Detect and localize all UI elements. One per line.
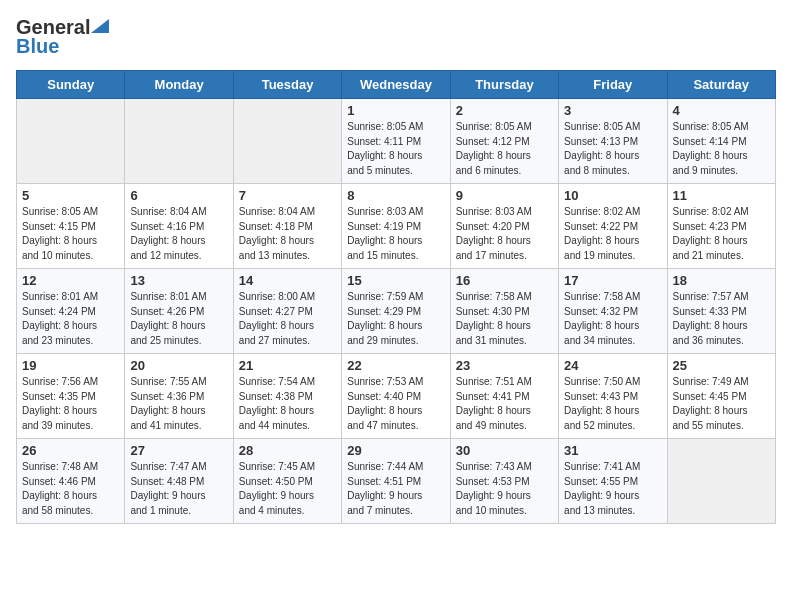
day-number: 12 <box>22 273 119 288</box>
day-number: 16 <box>456 273 553 288</box>
day-number: 6 <box>130 188 227 203</box>
day-number: 23 <box>456 358 553 373</box>
col-header-sunday: Sunday <box>17 71 125 99</box>
day-info: Sunrise: 7:57 AM Sunset: 4:33 PM Dayligh… <box>673 290 770 348</box>
calendar-cell: 26Sunrise: 7:48 AM Sunset: 4:46 PM Dayli… <box>17 439 125 524</box>
day-number: 2 <box>456 103 553 118</box>
calendar-cell: 7Sunrise: 8:04 AM Sunset: 4:18 PM Daylig… <box>233 184 341 269</box>
day-number: 24 <box>564 358 661 373</box>
day-number: 10 <box>564 188 661 203</box>
day-info: Sunrise: 8:00 AM Sunset: 4:27 PM Dayligh… <box>239 290 336 348</box>
day-number: 8 <box>347 188 444 203</box>
col-header-wednesday: Wednesday <box>342 71 450 99</box>
day-info: Sunrise: 8:04 AM Sunset: 4:16 PM Dayligh… <box>130 205 227 263</box>
page-header: General Blue <box>16 16 776 58</box>
col-header-monday: Monday <box>125 71 233 99</box>
logo: General Blue <box>16 16 109 58</box>
calendar-cell: 18Sunrise: 7:57 AM Sunset: 4:33 PM Dayli… <box>667 269 775 354</box>
calendar-table: SundayMondayTuesdayWednesdayThursdayFrid… <box>16 70 776 524</box>
svg-marker-0 <box>91 19 109 33</box>
calendar-week-5: 26Sunrise: 7:48 AM Sunset: 4:46 PM Dayli… <box>17 439 776 524</box>
day-number: 29 <box>347 443 444 458</box>
calendar-cell: 16Sunrise: 7:58 AM Sunset: 4:30 PM Dayli… <box>450 269 558 354</box>
calendar-cell: 15Sunrise: 7:59 AM Sunset: 4:29 PM Dayli… <box>342 269 450 354</box>
day-number: 11 <box>673 188 770 203</box>
day-number: 25 <box>673 358 770 373</box>
day-number: 3 <box>564 103 661 118</box>
day-info: Sunrise: 7:48 AM Sunset: 4:46 PM Dayligh… <box>22 460 119 518</box>
day-info: Sunrise: 7:58 AM Sunset: 4:30 PM Dayligh… <box>456 290 553 348</box>
day-info: Sunrise: 8:01 AM Sunset: 4:26 PM Dayligh… <box>130 290 227 348</box>
calendar-cell: 22Sunrise: 7:53 AM Sunset: 4:40 PM Dayli… <box>342 354 450 439</box>
day-info: Sunrise: 8:05 AM Sunset: 4:13 PM Dayligh… <box>564 120 661 178</box>
logo-triangle-icon <box>91 19 109 33</box>
calendar-cell: 21Sunrise: 7:54 AM Sunset: 4:38 PM Dayli… <box>233 354 341 439</box>
calendar-cell <box>17 99 125 184</box>
day-number: 7 <box>239 188 336 203</box>
day-info: Sunrise: 8:02 AM Sunset: 4:23 PM Dayligh… <box>673 205 770 263</box>
day-info: Sunrise: 8:03 AM Sunset: 4:19 PM Dayligh… <box>347 205 444 263</box>
day-number: 19 <box>22 358 119 373</box>
calendar-cell: 20Sunrise: 7:55 AM Sunset: 4:36 PM Dayli… <box>125 354 233 439</box>
day-info: Sunrise: 8:04 AM Sunset: 4:18 PM Dayligh… <box>239 205 336 263</box>
day-info: Sunrise: 7:43 AM Sunset: 4:53 PM Dayligh… <box>456 460 553 518</box>
day-info: Sunrise: 8:05 AM Sunset: 4:14 PM Dayligh… <box>673 120 770 178</box>
day-info: Sunrise: 8:05 AM Sunset: 4:15 PM Dayligh… <box>22 205 119 263</box>
calendar-header: SundayMondayTuesdayWednesdayThursdayFrid… <box>17 71 776 99</box>
calendar-cell: 31Sunrise: 7:41 AM Sunset: 4:55 PM Dayli… <box>559 439 667 524</box>
calendar-cell: 24Sunrise: 7:50 AM Sunset: 4:43 PM Dayli… <box>559 354 667 439</box>
day-info: Sunrise: 8:03 AM Sunset: 4:20 PM Dayligh… <box>456 205 553 263</box>
calendar-cell: 28Sunrise: 7:45 AM Sunset: 4:50 PM Dayli… <box>233 439 341 524</box>
calendar-cell <box>125 99 233 184</box>
day-info: Sunrise: 7:47 AM Sunset: 4:48 PM Dayligh… <box>130 460 227 518</box>
day-number: 9 <box>456 188 553 203</box>
col-header-thursday: Thursday <box>450 71 558 99</box>
calendar-cell: 17Sunrise: 7:58 AM Sunset: 4:32 PM Dayli… <box>559 269 667 354</box>
day-number: 13 <box>130 273 227 288</box>
day-number: 5 <box>22 188 119 203</box>
calendar-cell: 10Sunrise: 8:02 AM Sunset: 4:22 PM Dayli… <box>559 184 667 269</box>
calendar-cell: 19Sunrise: 7:56 AM Sunset: 4:35 PM Dayli… <box>17 354 125 439</box>
day-number: 21 <box>239 358 336 373</box>
day-number: 4 <box>673 103 770 118</box>
day-number: 31 <box>564 443 661 458</box>
day-info: Sunrise: 7:50 AM Sunset: 4:43 PM Dayligh… <box>564 375 661 433</box>
day-info: Sunrise: 7:44 AM Sunset: 4:51 PM Dayligh… <box>347 460 444 518</box>
calendar-cell: 30Sunrise: 7:43 AM Sunset: 4:53 PM Dayli… <box>450 439 558 524</box>
day-info: Sunrise: 7:54 AM Sunset: 4:38 PM Dayligh… <box>239 375 336 433</box>
calendar-week-2: 5Sunrise: 8:05 AM Sunset: 4:15 PM Daylig… <box>17 184 776 269</box>
calendar-cell: 25Sunrise: 7:49 AM Sunset: 4:45 PM Dayli… <box>667 354 775 439</box>
day-info: Sunrise: 8:01 AM Sunset: 4:24 PM Dayligh… <box>22 290 119 348</box>
col-header-saturday: Saturday <box>667 71 775 99</box>
day-number: 18 <box>673 273 770 288</box>
day-info: Sunrise: 7:49 AM Sunset: 4:45 PM Dayligh… <box>673 375 770 433</box>
calendar-cell: 14Sunrise: 8:00 AM Sunset: 4:27 PM Dayli… <box>233 269 341 354</box>
day-number: 1 <box>347 103 444 118</box>
col-header-tuesday: Tuesday <box>233 71 341 99</box>
calendar-cell: 8Sunrise: 8:03 AM Sunset: 4:19 PM Daylig… <box>342 184 450 269</box>
calendar-cell: 4Sunrise: 8:05 AM Sunset: 4:14 PM Daylig… <box>667 99 775 184</box>
day-number: 17 <box>564 273 661 288</box>
calendar-cell: 2Sunrise: 8:05 AM Sunset: 4:12 PM Daylig… <box>450 99 558 184</box>
day-info: Sunrise: 7:58 AM Sunset: 4:32 PM Dayligh… <box>564 290 661 348</box>
calendar-cell: 11Sunrise: 8:02 AM Sunset: 4:23 PM Dayli… <box>667 184 775 269</box>
day-number: 30 <box>456 443 553 458</box>
day-info: Sunrise: 8:05 AM Sunset: 4:12 PM Dayligh… <box>456 120 553 178</box>
day-info: Sunrise: 7:56 AM Sunset: 4:35 PM Dayligh… <box>22 375 119 433</box>
day-number: 22 <box>347 358 444 373</box>
calendar-week-1: 1Sunrise: 8:05 AM Sunset: 4:11 PM Daylig… <box>17 99 776 184</box>
day-number: 28 <box>239 443 336 458</box>
day-number: 15 <box>347 273 444 288</box>
col-header-friday: Friday <box>559 71 667 99</box>
day-info: Sunrise: 7:59 AM Sunset: 4:29 PM Dayligh… <box>347 290 444 348</box>
day-number: 27 <box>130 443 227 458</box>
header-row: SundayMondayTuesdayWednesdayThursdayFrid… <box>17 71 776 99</box>
calendar-cell: 9Sunrise: 8:03 AM Sunset: 4:20 PM Daylig… <box>450 184 558 269</box>
day-number: 26 <box>22 443 119 458</box>
calendar-week-4: 19Sunrise: 7:56 AM Sunset: 4:35 PM Dayli… <box>17 354 776 439</box>
calendar-cell: 12Sunrise: 8:01 AM Sunset: 4:24 PM Dayli… <box>17 269 125 354</box>
day-info: Sunrise: 7:51 AM Sunset: 4:41 PM Dayligh… <box>456 375 553 433</box>
calendar-cell: 27Sunrise: 7:47 AM Sunset: 4:48 PM Dayli… <box>125 439 233 524</box>
day-number: 14 <box>239 273 336 288</box>
calendar-cell: 1Sunrise: 8:05 AM Sunset: 4:11 PM Daylig… <box>342 99 450 184</box>
